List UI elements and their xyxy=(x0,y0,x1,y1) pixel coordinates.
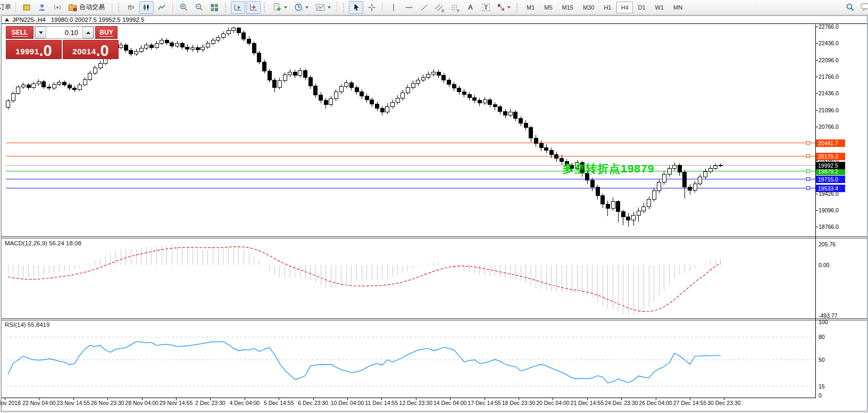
price-axis-tick xyxy=(816,127,818,127)
current-price-tag: 19992.5 xyxy=(816,162,845,169)
new-order-label: 订单 xyxy=(0,3,11,12)
horizontal-line-icon xyxy=(405,3,413,12)
indicators-dropdown-button[interactable] xyxy=(312,1,333,14)
arrows-dropdown-button[interactable] xyxy=(494,1,513,14)
horizontal-line-button[interactable] xyxy=(402,1,416,14)
autotrading-button[interactable]: 自动交易 xyxy=(66,1,108,14)
new-chart-button[interactable] xyxy=(270,1,290,14)
timeframe-d1-button[interactable]: D1 xyxy=(634,2,650,13)
zoom-out-button[interactable] xyxy=(192,1,206,14)
volume-input[interactable]: 0.10 xyxy=(46,27,82,38)
rsi-axis-label: 80 xyxy=(819,334,825,340)
rsi-axis-label: 100 xyxy=(819,319,828,325)
text-button[interactable]: A xyxy=(463,1,478,14)
volume-decrease-button[interactable] xyxy=(35,27,46,38)
timeframe-dropdown-button[interactable] xyxy=(291,1,311,14)
line-chart-button[interactable] xyxy=(155,1,169,14)
chart-title-bar[interactable]: JPN225-,H4 19980.0 20027.5 19952.5 19992… xyxy=(2,16,867,24)
buy-price-button[interactable]: 20014 .0 xyxy=(63,40,119,59)
sell-button[interactable]: SELL xyxy=(6,26,34,39)
main-chart-canvas[interactable] xyxy=(2,24,815,236)
sell-price-button[interactable]: 19991 .0 xyxy=(6,40,62,59)
main-toolbar: 订单 自动交易 xyxy=(0,0,868,15)
crosshair-button[interactable] xyxy=(364,1,379,14)
spin-up-icon xyxy=(86,31,90,34)
macd-axis-label: 0.00 xyxy=(819,262,829,268)
trendline-button[interactable] xyxy=(417,1,431,14)
history-center-button[interactable] xyxy=(20,1,34,14)
price-axis-tick xyxy=(816,77,818,77)
equidistant-channel-button[interactable]: E xyxy=(432,1,447,14)
macd-axis-label: 205.76 xyxy=(819,241,836,247)
timeframe-h1-button[interactable]: H1 xyxy=(599,2,615,13)
auto-scroll-button[interactable] xyxy=(246,1,261,14)
volume-stepper: 0.10 xyxy=(35,26,94,39)
dropdown-caret-icon xyxy=(328,6,331,9)
line-handle[interactable] xyxy=(806,141,809,144)
dropdown-caret-icon xyxy=(507,6,511,9)
timeframe-m15-button[interactable]: M15 xyxy=(558,2,578,13)
macd-canvas[interactable] xyxy=(2,238,815,318)
candlestick-chart-button[interactable] xyxy=(139,1,154,14)
macd-splitter[interactable] xyxy=(2,236,867,238)
timeframe-w1-button[interactable]: W1 xyxy=(651,2,669,13)
timeframe-m30-button[interactable]: M30 xyxy=(579,2,598,13)
crosshair-icon xyxy=(368,3,376,12)
timeframe-m1-button[interactable]: M1 xyxy=(522,2,539,13)
timeframe-mn-button[interactable]: MN xyxy=(669,2,687,13)
fibonacci-button[interactable]: F xyxy=(448,1,462,14)
new-order-button[interactable]: 订单 xyxy=(0,3,13,12)
toolbar-separator xyxy=(172,2,173,12)
price-axis-tick xyxy=(816,27,818,27)
price-axis[interactable] xyxy=(815,24,816,398)
rsi-splitter[interactable] xyxy=(2,318,867,320)
search-button[interactable] xyxy=(843,1,857,14)
line-handle[interactable] xyxy=(806,154,809,158)
vertical-line-icon xyxy=(390,3,397,12)
macd-histogram xyxy=(8,245,721,316)
zoom-out-icon xyxy=(195,3,204,12)
line-chart-icon xyxy=(157,3,166,12)
price-axis-tick xyxy=(816,210,818,211)
book-icon xyxy=(22,3,31,12)
chart-symbol-period: JPN225-,H4 xyxy=(12,16,46,23)
dropdown-caret-icon xyxy=(284,6,287,9)
price-tick-label: 22096.0 xyxy=(819,57,839,63)
timeframe-h4-button[interactable]: H4 xyxy=(616,2,632,13)
community-button[interactable] xyxy=(35,1,49,14)
macd-signal-line xyxy=(8,247,721,312)
time-axis[interactable] xyxy=(2,398,816,398)
zoom-in-button[interactable] xyxy=(177,1,191,14)
line-handle[interactable] xyxy=(806,187,809,190)
rsi-canvas[interactable] xyxy=(2,320,815,398)
text-label-button[interactable]: T xyxy=(479,1,493,14)
buy-button[interactable]: BUY xyxy=(95,26,118,39)
vertical-line-button[interactable] xyxy=(386,1,400,14)
text-icon: A xyxy=(468,3,473,11)
volume-increase-button[interactable] xyxy=(82,27,94,38)
bar-chart-button[interactable] xyxy=(124,1,138,14)
spin-down-icon xyxy=(39,31,43,34)
price-tick-label: 21096.0 xyxy=(819,107,839,113)
rsi-line xyxy=(8,342,721,383)
tile-windows-button[interactable] xyxy=(207,1,222,14)
price-tick-label: 22766.0 xyxy=(819,23,839,30)
price-tick-label: 21766.0 xyxy=(819,73,839,80)
time-axis-label: 30 Dec 23:30 xyxy=(700,400,748,406)
timeframe-m5-button[interactable]: M5 xyxy=(540,2,556,13)
signals-button[interactable] xyxy=(51,1,65,14)
dropdown-caret-icon xyxy=(305,6,308,9)
line-handle[interactable] xyxy=(806,178,809,181)
price-axis-tick xyxy=(816,43,818,44)
line-handle[interactable] xyxy=(806,169,809,172)
toolbar-grip xyxy=(264,3,266,12)
chart-shift-button[interactable] xyxy=(231,1,245,14)
sell-button-label: SELL xyxy=(12,29,28,37)
tile-windows-icon xyxy=(210,3,219,12)
autotrading-icon xyxy=(68,3,78,12)
hline-price-tag: 19715.0 xyxy=(816,176,845,183)
price-axis-tick xyxy=(816,227,818,227)
pointer-button[interactable] xyxy=(349,1,363,14)
chat-button[interactable] xyxy=(858,1,868,14)
arrows-icon xyxy=(497,3,505,12)
